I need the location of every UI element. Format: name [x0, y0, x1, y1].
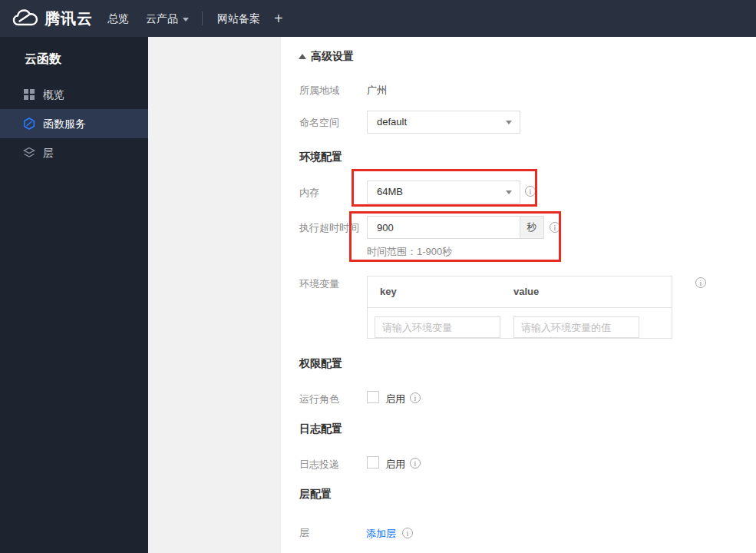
sidebar-item-function-service[interactable]: 函数服务	[0, 109, 148, 138]
env-key-input[interactable]	[375, 316, 500, 338]
env-vars-table: key value	[367, 276, 672, 339]
env-config-section-title: 环境配置	[299, 151, 342, 164]
advanced-settings-label: 高级设置	[311, 50, 354, 62]
namespace-select[interactable]: default	[367, 111, 520, 134]
run-role-label: 运行角色	[299, 392, 339, 406]
layer-info-icon[interactable]: i	[402, 528, 413, 538]
function-config-panel: 高级设置 所属地域 广州 命名空间 default 环境配置 内存 64MB i…	[281, 37, 756, 553]
topbar: 腾讯云 总览 云产品 网站备案 +	[0, 0, 756, 37]
nav-overview[interactable]: 总览	[107, 0, 129, 37]
sidebar-title: 云函数	[25, 51, 61, 68]
memory-info-icon[interactable]: i	[525, 186, 536, 197]
nav-separator	[202, 12, 203, 25]
env-vars-label: 环境变量	[299, 277, 339, 291]
brand[interactable]: 腾讯云	[12, 0, 93, 37]
timeout-label: 执行超时时间	[299, 221, 359, 235]
log-delivery-enable-label: 启用	[385, 458, 405, 472]
table-divider	[368, 307, 672, 308]
grid-icon	[23, 88, 35, 101]
timeout-unit-addon: 秒	[520, 217, 543, 238]
sidebar-item-label: 函数服务	[43, 109, 86, 138]
sidebar: 云函数 概览 函数服务 层	[0, 37, 148, 553]
nav-products[interactable]: 云产品	[146, 0, 189, 37]
timeout-info-icon[interactable]: i	[550, 222, 560, 233]
layer-config-section-title: 层配置	[299, 488, 332, 502]
memory-select[interactable]: 64MB	[367, 180, 520, 204]
add-layer-link[interactable]: 添加层	[366, 527, 396, 541]
brand-name: 腾讯云	[45, 8, 93, 29]
sidebar-item-overview[interactable]: 概览	[0, 80, 148, 109]
tencent-cloud-console: 腾讯云 总览 云产品 网站备案 + 云函数 概览 函数服务	[0, 0, 756, 553]
add-tab-button[interactable]: +	[274, 0, 283, 37]
env-value-header: value	[513, 276, 539, 307]
log-delivery-label: 日志投递	[299, 458, 339, 472]
sidebar-item-label: 层	[43, 138, 54, 167]
tencent-cloud-logo-icon	[12, 8, 38, 28]
log-delivery-checkbox[interactable]	[367, 456, 379, 469]
timeout-input[interactable]	[368, 217, 520, 238]
chevron-down-icon	[506, 121, 512, 124]
secondary-panel	[148, 37, 281, 553]
chevron-down-icon	[506, 190, 512, 194]
region-label: 所属地域	[299, 84, 339, 98]
timeout-range-hint: 时间范围：1-900秒	[367, 245, 452, 259]
env-vars-info-icon[interactable]: i	[695, 277, 706, 288]
run-role-info-icon[interactable]: i	[410, 392, 421, 403]
sidebar-item-layers[interactable]: 层	[0, 138, 148, 167]
advanced-settings-toggle[interactable]: 高级设置	[299, 50, 354, 64]
triangle-up-icon	[299, 54, 306, 59]
layer-label: 层	[299, 526, 309, 540]
region-value: 广州	[367, 84, 387, 98]
env-key-header: key	[380, 276, 397, 307]
memory-selected-value: 64MB	[377, 181, 403, 203]
memory-label: 内存	[299, 186, 319, 200]
log-config-section-title: 日志配置	[299, 422, 342, 436]
chevron-down-icon	[183, 18, 189, 22]
log-delivery-info-icon[interactable]: i	[410, 458, 421, 469]
namespace-selected-value: default	[377, 111, 407, 133]
perm-config-section-title: 权限配置	[299, 357, 342, 371]
scf-hexagon-icon	[23, 118, 35, 130]
nav-products-label: 云产品	[146, 12, 178, 25]
run-role-enable-label: 启用	[385, 392, 405, 406]
env-value-input[interactable]	[513, 316, 639, 338]
nav-icp[interactable]: 网站备案	[217, 0, 260, 37]
timeout-input-group: 秒	[367, 216, 544, 239]
namespace-label: 命名空间	[299, 116, 339, 130]
run-role-checkbox[interactable]	[367, 391, 379, 403]
layers-icon	[23, 147, 35, 159]
sidebar-item-label: 概览	[43, 80, 64, 109]
